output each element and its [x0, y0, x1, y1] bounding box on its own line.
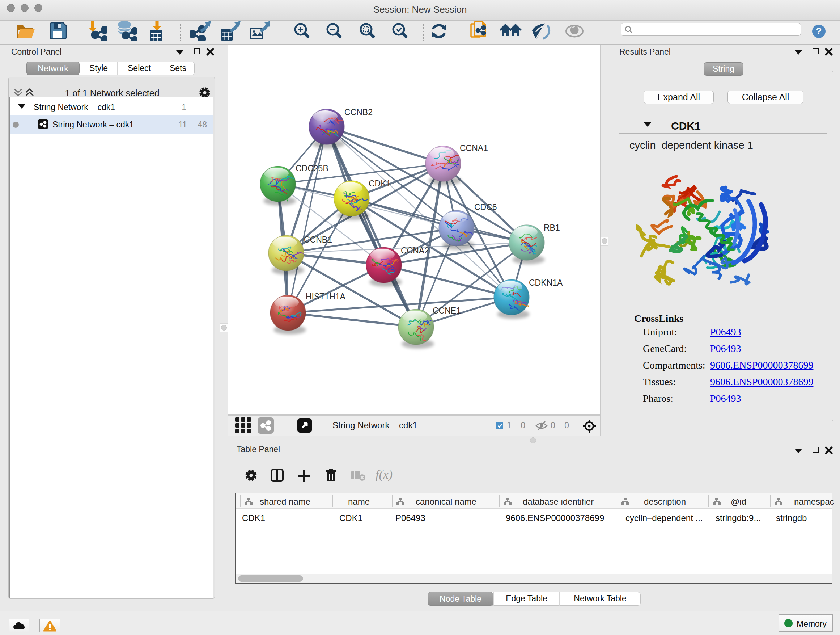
svg-text:CCNB1: CCNB1 — [304, 235, 332, 244]
svg-text:RB1: RB1 — [544, 223, 560, 233]
svg-text:CCNA1: CCNA1 — [460, 143, 488, 153]
svg-text:HIST1H1A: HIST1H1A — [306, 292, 346, 301]
svg-text:CDC6: CDC6 — [474, 203, 497, 212]
svg-text:CCNB2: CCNB2 — [344, 108, 373, 117]
svg-text:CDKN1A: CDKN1A — [529, 278, 563, 287]
svg-text:CDC25B: CDC25B — [295, 164, 328, 173]
svg-text:CCNA2: CCNA2 — [401, 246, 429, 255]
svg-text:CCNE1: CCNE1 — [433, 306, 461, 315]
svg-text:CDK1: CDK1 — [369, 179, 391, 188]
